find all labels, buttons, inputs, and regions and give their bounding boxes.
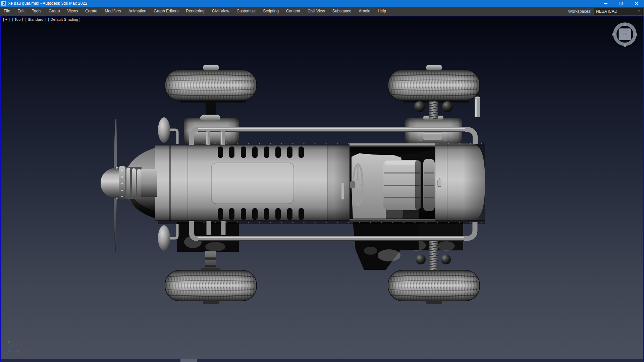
rear-bottom-screw-coil [429,241,438,272]
menu-substance[interactable]: Substance [329,7,355,16]
prop-bolt [116,167,118,169]
wheel-hub-stub [203,65,219,70]
wheel-hub-stub [426,300,442,304]
suspension-ball [442,101,453,112]
front-bottom-axle [205,251,216,271]
axis-y-label: Y [8,341,10,345]
suspension-ball [441,254,451,264]
front-axle-clamp [202,115,219,121]
mirror-stem-top [169,130,177,144]
nose-ring [132,168,136,198]
viewport-menu-pov[interactable]: [ Top ] [12,17,23,21]
close-icon [635,2,638,5]
compass-west: W [612,32,615,36]
viewport-menu-general[interactable]: [ + ] [3,17,10,21]
suspension-ball [416,254,426,264]
close-button[interactable] [629,0,644,7]
axis-gizmo: Y X Z [7,341,19,354]
app-icon: 3 [1,1,6,6]
nose-ring [126,168,130,198]
nose-ring [137,169,141,197]
menu-animation[interactable]: Animation [125,7,150,16]
menu-tools[interactable]: Tools [28,7,45,16]
suspension-ball [414,101,425,112]
minimize-button[interactable] [598,0,613,7]
mirror-stem-bottom [169,224,177,238]
pipe-cap [475,97,480,99]
workspaces-area: Workspaces: NESA iCAD ▼ [568,8,644,15]
nose-taper [141,169,157,197]
menu-scripting[interactable]: Scripting [259,7,282,16]
wheel-hub-stub [426,65,442,70]
steering-hub [357,181,360,188]
view-cube[interactable]: N E S W TOP [611,20,639,48]
chassis-highlight [378,249,400,261]
menu-help[interactable]: Help [374,7,390,16]
under-cockpit-shadow [353,222,419,270]
menu-rendering[interactable]: Rendering [182,7,208,16]
workspace-dropdown[interactable]: NESA iCAD ▼ [594,8,643,15]
rear-muffler [422,131,443,140]
deck-latch [438,179,441,187]
workspaces-label: Workspaces: [568,9,591,14]
seat-highlight [385,161,420,165]
time-slider-fragment[interactable] [180,359,197,362]
menu-arnold[interactable]: Arnold [355,7,374,16]
model-car[interactable] [101,65,485,304]
compass-north: N [624,23,626,27]
viewport-menu-style[interactable]: [ Standard ] [25,17,46,21]
viewport-menu-shading[interactable]: [ Default Shading ] [48,17,80,21]
title-bar: 3 xe dau quat.max - Autodesk 3ds Max 202… [0,0,644,7]
axis-x-label: X [17,350,19,354]
chassis-highlight [205,242,225,251]
windscreen-post [341,183,344,199]
wheel-rear-right [388,270,480,301]
menu-customize[interactable]: Customize [233,7,260,16]
axle-band [205,265,216,267]
chassis-highlight [364,247,377,255]
workspace-value: NESA iCAD [596,9,617,14]
menu-civil-view[interactable]: Civil View [208,7,233,16]
wheel-front-right [165,270,257,301]
viewport-top[interactable]: [ + ] [ Top ] [ Standard ] [ Default Sha… [0,16,644,362]
compass-east: E [635,32,637,36]
menu-edit[interactable]: Edit [14,7,28,16]
menu-create[interactable]: Create [82,7,101,16]
menu-views[interactable]: Views [63,7,82,16]
menu-graph-editors[interactable]: Graph Editors [150,7,182,16]
menu-bar: File Edit Tools Group Views Create Modif… [0,7,644,16]
viewport-canvas[interactable]: N E S W TOP Y X Z [1,16,643,362]
compass-south: S [624,44,626,48]
menu-modifiers[interactable]: Modifiers [101,7,125,16]
menu-civil-view-2[interactable]: Civil View [304,7,329,16]
bottom-edge-bar [1,359,643,362]
wheel-rear-left [388,70,480,101]
rear-muffler-highlight [423,133,442,134]
mirror-bottom [158,225,170,251]
chassis-highlight [437,241,455,251]
wheel-front-left [165,70,257,101]
menu-content[interactable]: Content [282,7,304,16]
deck-shading [463,143,485,221]
restore-icon [619,2,623,5]
axis-z-label: Z [7,350,9,354]
steering-column [350,181,355,188]
hood-panel [211,163,294,204]
view-cube-face-label: TOP [623,33,628,36]
window-controls [598,0,644,7]
mirror-top [158,117,170,143]
prop-bolt [116,197,118,199]
minimize-icon [604,2,607,5]
menu-file[interactable]: File [0,7,14,16]
rear-top-screw-coil [429,99,438,119]
chevron-down-icon: ▼ [638,10,640,13]
wheel-hub-stub [203,300,219,304]
viewport-label: [ + ] [ Top ] [ Standard ] [ Default Sha… [3,17,82,21]
window-title: xe dau quat.max - Autodesk 3ds Max 2022 [8,1,87,6]
menu-group[interactable]: Group [45,7,63,16]
restore-button[interactable] [613,0,629,7]
nose-cone [101,167,120,199]
axle-band [205,257,216,260]
